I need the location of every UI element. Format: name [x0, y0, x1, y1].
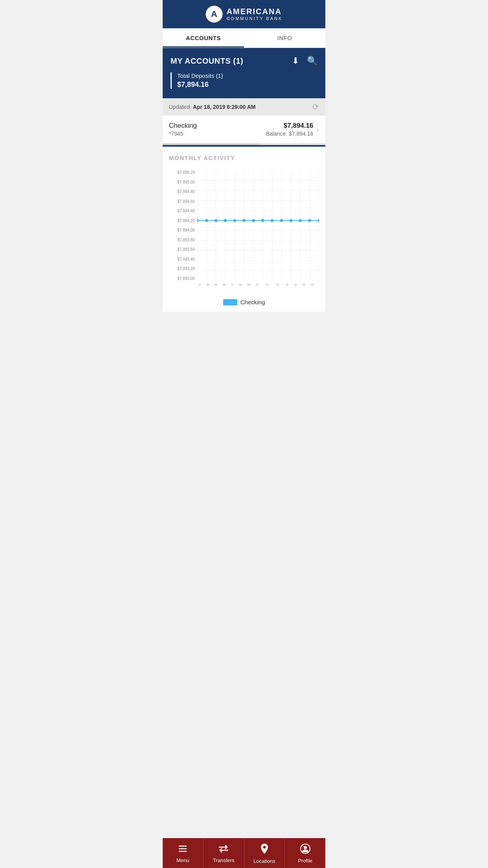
download-icon[interactable]: ⬇ — [292, 56, 299, 66]
y-label-6: $7,894.00 — [169, 228, 195, 232]
svg-point-34 — [252, 219, 255, 222]
logo-icon: A — [205, 6, 223, 23]
x-label-8: 11/18 — [265, 284, 274, 287]
y-label-7: $7,893.80 — [169, 238, 195, 242]
refresh-icon[interactable]: ⟳ — [312, 102, 319, 112]
x-label-2: 5/18 — [214, 284, 221, 287]
svg-point-39 — [299, 219, 302, 222]
x-label-5: 8/18 — [238, 284, 246, 287]
chevron-right-icon: › — [316, 125, 319, 134]
svg-text:A: A — [211, 9, 217, 19]
x-label-4: 7/18 — [230, 284, 237, 287]
y-label-3: $7,894.60 — [169, 200, 195, 204]
x-label-1: 4/18 — [205, 284, 213, 287]
svg-point-29 — [205, 219, 208, 222]
tab-accounts[interactable]: ACCOUNTS — [163, 28, 244, 48]
svg-point-32 — [233, 219, 237, 222]
x-label-6: 9/18 — [246, 284, 254, 287]
logo-title: AMERICANA — [227, 7, 283, 16]
account-number: *7945 — [169, 131, 197, 137]
accounts-banner: MY ACCOUNTS (1) ⬇ 🔍 Total Deposits (1) $… — [163, 48, 325, 98]
svg-point-37 — [280, 219, 283, 222]
svg-point-28 — [197, 219, 199, 222]
account-name: Checking — [169, 122, 197, 130]
monthly-title: MONTHLY ACTIVITY — [169, 154, 319, 161]
updated-text: Updated: Apr 18, 2019 8:29:00 AM — [169, 104, 256, 110]
x-axis: 3/18 4/18 5/18 6/18 7/18 8/18 9/18 10/18… — [169, 284, 319, 288]
svg-point-30 — [215, 219, 218, 222]
x-label-10: 1/19 — [285, 284, 292, 287]
y-label-9: $7,893.40 — [169, 257, 195, 261]
svg-point-40 — [308, 219, 311, 222]
app-header: A AMERICANA COMMUNITY BANK — [163, 0, 325, 28]
x-label-12: 3/19 — [301, 284, 309, 287]
x-label-7: 10/18 — [255, 284, 264, 287]
updated-datetime: Apr 18, 2019 8:29:00 AM — [193, 104, 256, 110]
chart-area — [197, 171, 319, 281]
y-label-1: $7,895.00 — [169, 180, 195, 184]
svg-point-35 — [261, 219, 264, 222]
y-label-0: $7,895.20 — [169, 171, 195, 175]
tab-info[interactable]: INFO — [244, 28, 325, 48]
chart-legend: Checking — [169, 299, 319, 305]
account-amount: $7,894.16 — [266, 122, 314, 130]
x-label-11: 2/19 — [293, 284, 301, 287]
search-icon[interactable]: 🔍 — [307, 56, 317, 66]
legend-label-checking: Checking — [240, 299, 265, 305]
accounts-title: MY ACCOUNTS (1) — [171, 57, 243, 66]
svg-point-38 — [290, 219, 293, 222]
y-axis: $7,895.20 $7,895.00 $7,894.80 $7,894.60 … — [169, 171, 197, 281]
chart-svg — [197, 171, 319, 281]
chart-container: $7,895.20 $7,895.00 $7,894.80 $7,894.60 … — [169, 167, 319, 288]
monthly-activity-section: MONTHLY ACTIVITY $7,895.20 $7,895.00 $7,… — [163, 147, 325, 312]
y-label-5: $7,894.20 — [169, 219, 195, 223]
x-label-today: Today — [310, 284, 319, 287]
x-label-3: 6/18 — [222, 284, 229, 287]
tabs-bar: ACCOUNTS INFO — [163, 28, 325, 48]
logo: A AMERICANA COMMUNITY BANK — [205, 6, 283, 23]
y-label-8: $7,893.60 — [169, 248, 195, 252]
y-label-2: $7,894.80 — [169, 190, 195, 194]
svg-point-36 — [271, 219, 274, 222]
main-content: ACCOUNTS INFO MY ACCOUNTS (1) ⬇ 🔍 Total … — [163, 28, 325, 339]
y-label-4: $7,894.40 — [169, 209, 195, 213]
account-balance: Balance: $7,894.16 — [266, 131, 314, 137]
account-row[interactable]: Checking *7945 $7,894.16 Balance: $7,894… — [163, 116, 325, 143]
legend-color-checking — [223, 299, 237, 305]
x-label-0: 3/18 — [197, 284, 205, 287]
x-label-9: 12/18 — [275, 284, 284, 287]
y-label-10: $7,893.20 — [169, 267, 195, 271]
svg-point-41 — [317, 219, 319, 222]
y-label-11: $7,893.00 — [169, 277, 195, 281]
updated-bar: Updated: Apr 18, 2019 8:29:00 AM ⟳ — [163, 98, 325, 116]
svg-point-31 — [224, 219, 227, 222]
deposits-amount: $7,894.16 — [177, 81, 317, 89]
deposits-label: Total Deposits (1) — [177, 72, 317, 79]
logo-subtitle: COMMUNITY BANK — [227, 16, 283, 21]
scroll-indicator — [163, 143, 325, 145]
svg-point-33 — [242, 219, 246, 222]
